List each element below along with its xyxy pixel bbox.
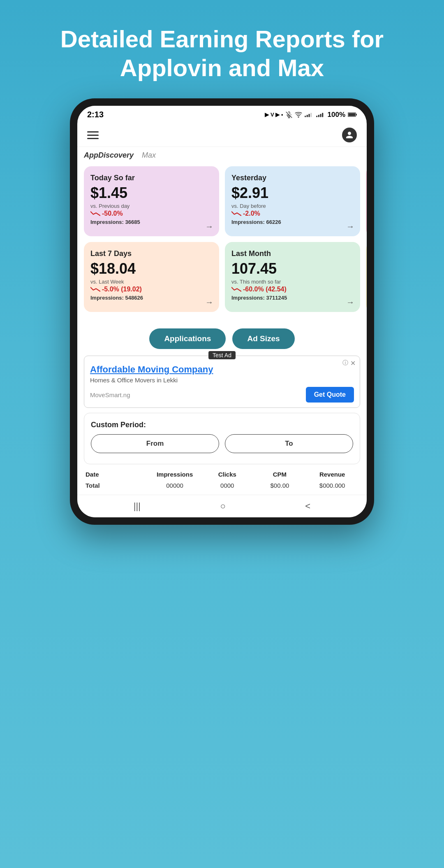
- tab-appdiscovery[interactable]: AppDiscovery: [84, 151, 134, 160]
- card-last7: Last 7 Days $18.04 vs. Last Week -5.0% (…: [84, 242, 219, 312]
- to-button[interactable]: To: [225, 434, 353, 453]
- cards-row-1: Today So far $1.45 vs. Previous day -50.…: [84, 166, 360, 236]
- status-time: 2:13: [87, 110, 104, 119]
- card-las-partial: Las $4 vs. La Impr: [366, 242, 367, 312]
- table-header-row: Date Impressions Clicks CPM Revenue: [84, 468, 360, 480]
- signal-icon: [305, 112, 314, 118]
- svg-rect-13: [356, 114, 357, 116]
- nav-home-icon[interactable]: ○: [220, 501, 226, 512]
- ad-info-icon[interactable]: ⓘ: [342, 359, 348, 367]
- card-last7-change: -5.0% (19.02): [90, 286, 213, 293]
- svg-rect-9: [318, 115, 319, 117]
- svg-rect-6: [308, 114, 310, 117]
- card-lastmonth-arrow[interactable]: →: [346, 298, 354, 307]
- svg-rect-8: [316, 116, 317, 117]
- battery-icon: [348, 112, 357, 117]
- page-title: Detailed Earning Reports for Applovin an…: [33, 25, 411, 82]
- phone-mockup: 2:13 ▶ V ▶ • 100%: [70, 98, 374, 525]
- total-clicks: 0000: [201, 482, 254, 489]
- col-clicks: Clicks: [201, 471, 254, 478]
- battery-level: 100%: [328, 111, 345, 119]
- card-yesterday-change: -2.0%: [231, 210, 354, 217]
- col-cpm: CPM: [254, 471, 306, 478]
- mute-icon: [286, 112, 292, 118]
- ad-banner: Test Ad ⓘ ✕ Affordable Moving Company Ho…: [84, 356, 360, 408]
- tab-bar: AppDiscovery Max: [77, 147, 367, 162]
- tab-buttons: Applications Ad Sizes: [77, 322, 367, 353]
- card-today-arrow[interactable]: →: [205, 222, 213, 231]
- status-icons: ▶ V ▶ • 100%: [265, 111, 357, 119]
- card-today-amount: $1.45: [90, 185, 213, 201]
- svg-rect-14: [348, 113, 355, 116]
- card-lastmonth-amount: 107.45: [231, 261, 354, 277]
- notification-icons: ▶ V ▶ •: [265, 112, 283, 118]
- table-total-row: Total 00000 0000 $00.00 $000.000: [84, 480, 360, 491]
- ad-subtitle: Homes & Office Movers in Lekki: [90, 377, 354, 384]
- card-lastmonth-vs: vs. This month so far: [231, 279, 354, 285]
- applications-button[interactable]: Applications: [149, 328, 226, 349]
- card-tod-partial: Tod $2 vs. Pr Impre: [366, 166, 367, 236]
- bottom-nav: ||| ○ <: [77, 495, 367, 517]
- card-last7-arrow[interactable]: →: [205, 298, 213, 307]
- card-lastmonth-impressions: Impressions: 3711245: [231, 295, 354, 301]
- ad-title[interactable]: Affordable Moving Company: [90, 364, 354, 375]
- card-today: Today So far $1.45 vs. Previous day -50.…: [84, 166, 219, 236]
- menu-button[interactable]: [87, 131, 99, 139]
- nav-menu-icon[interactable]: |||: [134, 501, 141, 512]
- profile-button[interactable]: [342, 128, 357, 142]
- hamburger-line: [87, 135, 99, 136]
- svg-rect-5: [306, 115, 308, 117]
- adsizes-button[interactable]: Ad Sizes: [232, 328, 294, 349]
- card-today-impressions: Impressions: 36685: [90, 219, 213, 225]
- total-revenue: $000.000: [306, 482, 358, 489]
- card-today-title: Today So far: [90, 174, 213, 182]
- phone-screen: 2:13 ▶ V ▶ • 100%: [77, 106, 367, 517]
- col-date: Date: [86, 471, 148, 478]
- card-last7-amount: $18.04: [90, 261, 213, 277]
- custom-period-section: Custom Period: From To: [84, 413, 360, 464]
- svg-rect-11: [322, 113, 323, 117]
- ad-cta-button[interactable]: Get Quote: [306, 387, 354, 403]
- signal2-icon: [316, 112, 325, 118]
- wifi-icon: [295, 112, 302, 118]
- ad-footer: MoveSmart.ng Get Quote: [90, 387, 354, 403]
- hamburger-line: [87, 131, 99, 133]
- page-header: Detailed Earning Reports for Applovin an…: [0, 0, 444, 98]
- data-table: Date Impressions Clicks CPM Revenue Tota…: [77, 468, 367, 495]
- total-cpm: $00.00: [254, 482, 306, 489]
- card-yesterday-vs: vs. Day before: [231, 203, 354, 209]
- ad-label: Test Ad: [208, 351, 236, 359]
- card-today-change: -50.0%: [90, 210, 213, 217]
- status-bar: 2:13 ▶ V ▶ • 100%: [77, 106, 367, 121]
- app-header: [77, 121, 367, 147]
- total-label: Total: [86, 482, 148, 489]
- card-last7-title: Last 7 Days: [90, 249, 213, 258]
- svg-rect-10: [320, 114, 321, 117]
- date-range-row: From To: [91, 434, 353, 453]
- card-last7-vs: vs. Last Week: [90, 279, 213, 285]
- svg-rect-4: [305, 116, 306, 117]
- svg-rect-7: [310, 113, 312, 117]
- card-lastmonth-title: Last Month: [231, 249, 354, 258]
- from-button[interactable]: From: [91, 434, 219, 453]
- nav-back-icon[interactable]: <: [305, 501, 310, 512]
- col-impressions: Impressions: [148, 471, 201, 478]
- cards-container: Today So far $1.45 vs. Previous day -50.…: [77, 162, 367, 322]
- cards-row-2: Last 7 Days $18.04 vs. Last Week -5.0% (…: [84, 242, 360, 312]
- col-revenue: Revenue: [306, 471, 358, 478]
- ad-close-button[interactable]: ✕: [350, 359, 356, 367]
- card-lastmonth: Last Month 107.45 vs. This month so far …: [225, 242, 360, 312]
- svg-point-3: [298, 116, 299, 117]
- card-yesterday: Yesterday $2.91 vs. Day before -2.0% Imp…: [225, 166, 360, 236]
- total-impressions: 00000: [148, 482, 201, 489]
- card-lastmonth-change: -60.0% (42.54): [231, 286, 354, 293]
- hamburger-line: [87, 138, 99, 139]
- tab-max[interactable]: Max: [142, 151, 156, 160]
- card-yesterday-impressions: Impressions: 66226: [231, 219, 354, 225]
- card-today-vs: vs. Previous day: [90, 203, 213, 209]
- ad-domain: MoveSmart.ng: [90, 391, 130, 398]
- card-yesterday-arrow[interactable]: →: [346, 222, 354, 231]
- card-yesterday-title: Yesterday: [231, 174, 354, 182]
- card-yesterday-amount: $2.91: [231, 185, 354, 201]
- card-last7-impressions: Impressions: 548626: [90, 295, 213, 301]
